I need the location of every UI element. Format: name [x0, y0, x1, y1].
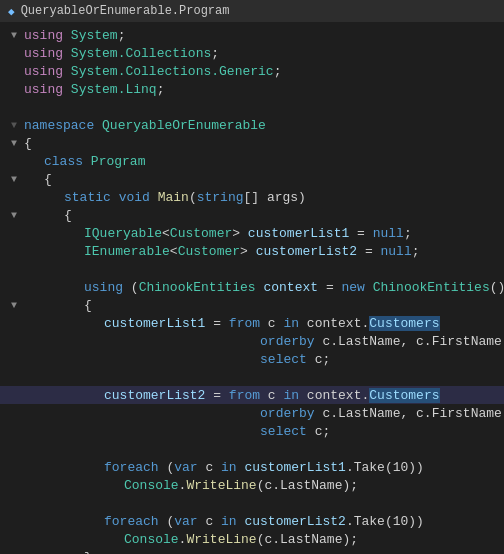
token: customerList1 [104, 316, 205, 331]
token: = [205, 388, 228, 403]
code-content: using System.Collections; [24, 46, 500, 61]
code-line: using System.Linq; [0, 80, 504, 98]
token: = [318, 280, 341, 295]
gutter: ▼ [4, 30, 24, 41]
code-content: customerList1 = from c in context.Custom… [24, 316, 500, 331]
token: ()) [490, 280, 504, 295]
code-line [0, 494, 504, 512]
code-line: IQueryable<Customer> customerList1 = nul… [0, 224, 504, 242]
code-line: } [0, 548, 504, 554]
token: ( [123, 280, 139, 295]
code-content [24, 370, 500, 385]
code-content: using (ChinookEntities context = new Chi… [24, 280, 504, 295]
token: using [24, 82, 63, 97]
title-bar: ◆ QueryableOrEnumerable.Program [0, 0, 504, 22]
code-content: orderby c.LastName, c.FirstName [24, 334, 502, 349]
gutter: ▼ [4, 210, 24, 221]
token: .Take(10)) [346, 460, 424, 475]
token: void [119, 190, 150, 205]
token: { [64, 208, 72, 223]
token: in [221, 460, 237, 475]
token: = [357, 244, 380, 259]
token: static [64, 190, 111, 205]
code-content: orderby c.LastName, c.FirstName [24, 406, 502, 421]
token: .Take(10)) [346, 514, 424, 529]
token: ( [159, 460, 175, 475]
code-content [24, 442, 500, 457]
token: class [44, 154, 83, 169]
token [104, 352, 260, 367]
token: new [341, 280, 364, 295]
token: ; [118, 28, 126, 43]
token: { [24, 136, 32, 151]
code-line: foreach (var c in customerList2.Take(10)… [0, 512, 504, 530]
token: in [221, 514, 237, 529]
token: c [198, 514, 221, 529]
token: context. [299, 388, 369, 403]
code-content: using System.Linq; [24, 82, 500, 97]
token: foreach [104, 460, 159, 475]
token: > [232, 226, 248, 241]
token: [] args) [244, 190, 306, 205]
token: string [197, 190, 244, 205]
code-content: select c; [24, 352, 500, 367]
token [365, 280, 373, 295]
code-line: Console.WriteLine(c.LastName); [0, 530, 504, 548]
token: Customers [369, 388, 439, 403]
token: namespace [24, 118, 94, 133]
token: Customers [369, 316, 439, 331]
code-line: using System.Collections; [0, 44, 504, 62]
token: ; [274, 64, 282, 79]
code-line: ▼using System; [0, 26, 504, 44]
token [111, 190, 119, 205]
code-content [24, 496, 500, 511]
code-area: ▼using System;using System.Collections;u… [0, 22, 504, 554]
token: } [84, 550, 92, 555]
token: { [44, 172, 52, 187]
code-line [0, 368, 504, 386]
code-line: using (ChinookEntities context = new Chi… [0, 278, 504, 296]
code-content: } [24, 550, 500, 555]
token: < [162, 226, 170, 241]
token: Customer [178, 244, 240, 259]
code-content: IQueryable<Customer> customerList1 = nul… [24, 226, 500, 241]
code-content: select c; [24, 424, 500, 439]
gutter: ▼ [4, 120, 24, 131]
token: System.Collections [71, 46, 211, 61]
token: c [198, 460, 221, 475]
token: ChinookEntities [373, 280, 490, 295]
code-line: select c; [0, 422, 504, 440]
token: using [24, 46, 63, 61]
file-icon: ◆ [8, 5, 15, 18]
token: customerList1 [248, 226, 349, 241]
code-line: customerList1 = from c in context.Custom… [0, 314, 504, 332]
token: ; [157, 82, 165, 97]
token: ; [412, 244, 420, 259]
token: c.LastName, c.FirstName [315, 406, 502, 421]
token: context. [299, 316, 369, 331]
code-line: ▼{ [0, 296, 504, 314]
code-content: { [24, 172, 500, 187]
gutter: ▼ [4, 138, 24, 149]
token: select [260, 424, 307, 439]
code-line: class Program [0, 152, 504, 170]
token: { [84, 298, 92, 313]
token [63, 28, 71, 43]
code-line: ▼{ [0, 170, 504, 188]
code-line: foreach (var c in customerList1.Take(10)… [0, 458, 504, 476]
token: using [24, 64, 63, 79]
token: QueryableOrEnumerable [102, 118, 266, 133]
code-line [0, 98, 504, 116]
code-content: Console.WriteLine(c.LastName); [24, 532, 500, 547]
token: Console [124, 478, 179, 493]
token: select [260, 352, 307, 367]
token: WriteLine [186, 532, 256, 547]
code-line [0, 440, 504, 458]
code-line [0, 260, 504, 278]
token: = [349, 226, 372, 241]
code-content [24, 100, 500, 115]
token: from [229, 316, 260, 331]
code-content: using System.Collections.Generic; [24, 64, 500, 79]
token: ; [404, 226, 412, 241]
code-line: customerList2 = from c in context.Custom… [0, 386, 504, 404]
